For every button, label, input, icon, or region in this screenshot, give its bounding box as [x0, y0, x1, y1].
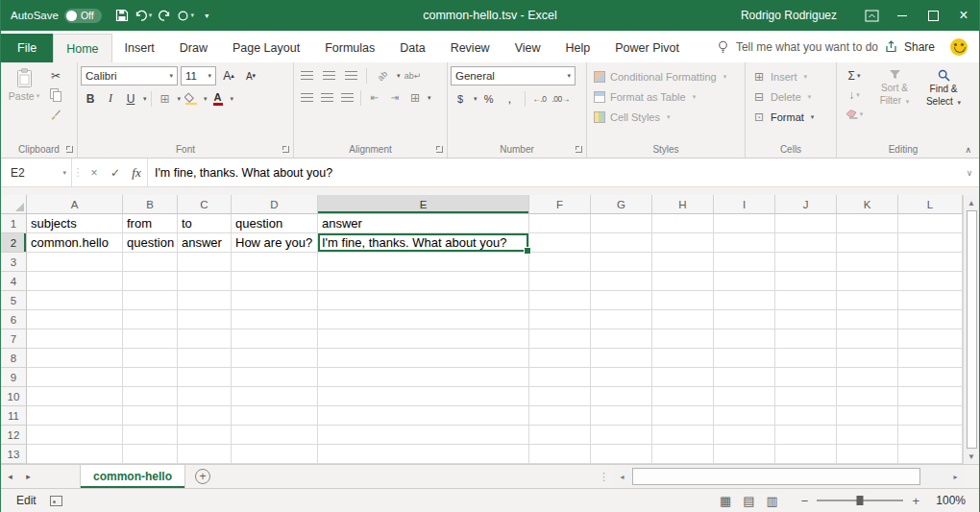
cell-J12[interactable]	[775, 426, 837, 445]
zoom-out-button[interactable]: −	[801, 494, 809, 508]
cell-J5[interactable]	[775, 291, 837, 310]
font-name-combo[interactable]: Calibri▾	[81, 66, 178, 85]
cell-F4[interactable]	[529, 272, 591, 291]
enter-icon[interactable]: ✓	[105, 158, 126, 186]
formula-bar-expand-icon[interactable]: ∨	[960, 158, 979, 186]
name-box-dropdown-icon[interactable]: ▾	[62, 169, 66, 177]
cell-I13[interactable]	[714, 445, 775, 464]
row-header-12[interactable]: 12	[1, 426, 27, 445]
column-header-D[interactable]: D	[232, 195, 318, 214]
number-format-combo[interactable]: General▾	[451, 66, 576, 85]
align-left-button[interactable]	[297, 88, 316, 107]
merge-center-button[interactable]: ⊞	[405, 88, 425, 107]
cell-G4[interactable]	[591, 272, 652, 291]
column-header-A[interactable]: A	[27, 195, 123, 214]
cell-E3[interactable]	[318, 253, 529, 272]
cell-K2[interactable]	[837, 233, 898, 253]
cell-C12[interactable]	[178, 426, 232, 445]
cell-C3[interactable]	[178, 253, 232, 272]
row-header-7[interactable]: 7	[1, 329, 27, 349]
format-cells-button[interactable]: ⊡ Format▾	[748, 107, 833, 127]
sheet-nav-left-icon[interactable]: ◂	[1, 465, 19, 488]
cell-B7[interactable]	[123, 329, 178, 349]
cell-F5[interactable]	[529, 291, 591, 310]
cell-L5[interactable]	[898, 291, 963, 310]
cell-J2[interactable]	[775, 233, 837, 253]
cell-K1[interactable]	[837, 214, 898, 233]
row-header-9[interactable]: 9	[1, 368, 27, 387]
cell-C7[interactable]	[178, 329, 232, 349]
bold-button[interactable]: B	[81, 89, 100, 108]
save-button[interactable]	[111, 4, 133, 27]
cell-B6[interactable]	[123, 310, 178, 329]
undo-button[interactable]: ▾	[133, 4, 155, 27]
cell-C6[interactable]	[178, 310, 232, 329]
conditional-formatting-button[interactable]: Conditional Formatting▾	[590, 66, 742, 86]
column-header-I[interactable]: I	[714, 195, 775, 214]
cell-B4[interactable]	[123, 272, 178, 291]
font-size-combo[interactable]: 11▾	[181, 66, 216, 85]
select-all-corner[interactable]	[1, 195, 27, 214]
cell-K7[interactable]	[837, 329, 898, 349]
share-button[interactable]: Share	[885, 31, 935, 62]
cell-A3[interactable]	[27, 253, 123, 272]
cell-F10[interactable]	[529, 387, 591, 406]
cell-J10[interactable]	[775, 387, 837, 406]
clipboard-dialog-launcher-icon[interactable]	[65, 145, 74, 154]
cell-E8[interactable]	[318, 349, 529, 368]
cell-A10[interactable]	[27, 387, 123, 406]
cell-K9[interactable]	[837, 368, 898, 387]
autosum-button[interactable]: Σ▾	[840, 66, 869, 85]
cell-I2[interactable]	[714, 233, 775, 253]
insert-function-icon[interactable]: fx	[126, 158, 147, 186]
decrease-indent-button[interactable]: ⇤	[365, 88, 384, 107]
cell-J11[interactable]	[775, 406, 837, 426]
cell-A9[interactable]	[27, 368, 123, 387]
cell-I11[interactable]	[714, 406, 775, 426]
hscroll-right-icon[interactable]: ▸	[947, 465, 964, 488]
cell-L13[interactable]	[898, 445, 963, 464]
cell-K11[interactable]	[837, 406, 898, 426]
normal-view-icon[interactable]: ▦	[720, 494, 731, 508]
find-select-button[interactable]: Find & Select ▾	[920, 66, 967, 141]
cell-G11[interactable]	[591, 406, 652, 426]
cell-D2[interactable]: How are you?	[232, 233, 318, 253]
row-header-10[interactable]: 10	[1, 387, 27, 406]
tab-review[interactable]: Review	[438, 34, 502, 62]
tab-help[interactable]: Help	[553, 34, 603, 62]
cell-I6[interactable]	[714, 310, 775, 329]
cell-I9[interactable]	[714, 368, 775, 387]
cell-A1[interactable]: subjects	[27, 214, 123, 233]
close-button[interactable]: ×	[948, 0, 979, 31]
align-right-button[interactable]	[337, 88, 356, 107]
cell-E2[interactable]: I'm fine, thanks. What about you?	[318, 233, 529, 253]
cell-K6[interactable]	[837, 310, 898, 329]
row-header-3[interactable]: 3	[1, 253, 27, 272]
hscroll-left-icon[interactable]: ◂	[614, 465, 630, 488]
cell-F11[interactable]	[529, 406, 591, 426]
cell-L1[interactable]	[898, 214, 963, 233]
cell-H9[interactable]	[652, 368, 714, 387]
font-color-button[interactable]: A	[208, 89, 228, 108]
cell-I12[interactable]	[714, 426, 775, 445]
align-middle-button[interactable]	[319, 66, 338, 85]
cell-D3[interactable]	[232, 253, 318, 272]
cell-L3[interactable]	[898, 253, 963, 272]
cell-J13[interactable]	[775, 445, 837, 464]
maximize-button[interactable]	[918, 0, 948, 31]
cell-D6[interactable]	[232, 310, 318, 329]
cell-G1[interactable]	[591, 214, 652, 233]
percent-style-button[interactable]: %	[479, 89, 499, 108]
cell-A4[interactable]	[27, 272, 123, 291]
fill-color-button[interactable]	[182, 89, 201, 108]
cell-I3[interactable]	[714, 253, 775, 272]
cut-button[interactable]: ✂	[46, 66, 65, 85]
cell-B3[interactable]	[123, 253, 178, 272]
cell-B8[interactable]	[123, 349, 178, 368]
zoom-percentage[interactable]: 100%	[925, 494, 966, 507]
cell-D1[interactable]: question	[232, 214, 318, 233]
vertical-scrollbar-thumb[interactable]	[967, 210, 977, 449]
cell-D11[interactable]	[232, 406, 318, 426]
cell-L7[interactable]	[898, 329, 963, 349]
cell-I1[interactable]	[714, 214, 775, 233]
